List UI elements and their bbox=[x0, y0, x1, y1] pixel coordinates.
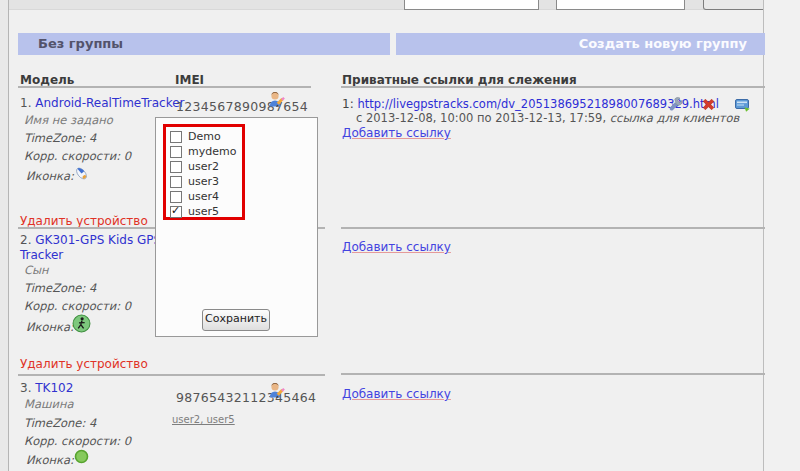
device-2-name-link[interactable]: GK301-GPS Kids GPS Tracker bbox=[20, 233, 161, 262]
checkbox-label: user4 bbox=[188, 190, 219, 203]
device-3-index: 3. bbox=[20, 381, 31, 395]
device-1-icon-label: Иконка: bbox=[26, 169, 74, 183]
left-page-edge bbox=[0, 0, 9, 471]
device-2-note: Сын bbox=[24, 263, 49, 277]
right-page-edge bbox=[763, 0, 800, 471]
cutoff-text-input-1[interactable] bbox=[404, 0, 539, 10]
checkbox-label: user5 bbox=[188, 205, 219, 218]
device-2-delete-link[interactable]: Удалить устройство bbox=[20, 357, 148, 371]
private-link-1: 1: http://livegpstracks.com/dv_205138695… bbox=[342, 97, 719, 111]
right-header-rule bbox=[341, 86, 765, 88]
device-2-speed-corr: Корр. скорости: 0 bbox=[24, 299, 131, 313]
wrench-icon[interactable] bbox=[666, 96, 683, 116]
save-button[interactable]: Сохранить bbox=[202, 309, 270, 331]
device-2-icon-label: Иконка: bbox=[26, 320, 74, 334]
device-3-icon-label: Иконка: bbox=[26, 453, 74, 467]
column-header-links: Приватные ссылки для слежения bbox=[342, 73, 577, 87]
device-2-title: 2. GK301-GPS Kids GPS Tracker bbox=[20, 233, 162, 263]
walking-man-icon[interactable] bbox=[72, 314, 91, 336]
create-group-bar[interactable]: Создать новую группу bbox=[396, 33, 765, 55]
group-header-bar: Без группы bbox=[18, 33, 390, 55]
device-3-shared-users[interactable]: user2, user5 bbox=[172, 414, 235, 425]
private-link-1-url[interactable]: http://livegpstracks.com/dv_205138695218… bbox=[358, 97, 719, 111]
checkbox-row-demo[interactable]: Demo bbox=[170, 129, 236, 144]
user-access-popup: Demo mydemo user2 user3 user4 user5 bbox=[155, 117, 318, 337]
device-3-speed-corr: Корр. скорости: 0 bbox=[24, 434, 131, 448]
marker-dart-icon[interactable] bbox=[72, 164, 91, 186]
device-1-speed-corr: Корр. скорости: 0 bbox=[24, 149, 131, 163]
checkbox-row-mydemo[interactable]: mydemo bbox=[170, 144, 236, 159]
checkbox-row-user5[interactable]: user5 bbox=[170, 204, 236, 219]
device-3-title: 3. TK102 bbox=[20, 381, 73, 395]
checkbox-user5[interactable] bbox=[170, 206, 182, 218]
green-dot-icon[interactable] bbox=[74, 449, 89, 467]
cutoff-button[interactable] bbox=[703, 0, 769, 10]
device-3-imei: 98765432112345464 bbox=[176, 390, 316, 405]
device-management-page: Без группы Создать новую группу Модель I… bbox=[0, 0, 800, 471]
checkbox-row-user2[interactable]: user2 bbox=[170, 159, 236, 174]
private-link-1-number: 1: bbox=[342, 97, 354, 111]
cutoff-text-input-2[interactable] bbox=[556, 0, 685, 10]
checkbox-label: user2 bbox=[188, 160, 219, 173]
create-group-link[interactable]: Создать новую группу bbox=[579, 36, 747, 51]
checkbox-user3[interactable] bbox=[170, 176, 182, 188]
left-header-rule bbox=[18, 86, 311, 88]
device-2-index: 2. bbox=[20, 233, 31, 247]
user-edit-icon[interactable] bbox=[266, 90, 286, 113]
period-dates: с 2013-12-08, 10:00 по 2013-12-13, 17:59… bbox=[356, 111, 606, 125]
checkbox-user2[interactable] bbox=[170, 161, 182, 173]
device-3-name-link[interactable]: TK102 bbox=[35, 381, 73, 395]
device-1-timezone: TimeZone: 4 bbox=[24, 131, 96, 145]
left-row-divider-2 bbox=[18, 374, 325, 376]
add-link-3[interactable]: Добавить ссылку bbox=[342, 387, 451, 401]
user-checkbox-list: Demo mydemo user2 user3 user4 user5 bbox=[170, 129, 236, 219]
device-3-timezone: TimeZone: 4 bbox=[24, 416, 96, 430]
group-title: Без группы bbox=[38, 36, 123, 51]
checkbox-user4[interactable] bbox=[170, 191, 182, 203]
user-edit-icon[interactable] bbox=[266, 381, 286, 404]
share-message-icon[interactable] bbox=[734, 96, 751, 116]
device-2-timezone: TimeZone: 4 bbox=[24, 281, 96, 295]
checkbox-label: user3 bbox=[188, 175, 219, 188]
delete-x-icon[interactable] bbox=[700, 96, 717, 116]
column-header-model: Модель bbox=[20, 73, 74, 87]
device-1-note: Имя не задано bbox=[24, 113, 113, 127]
device-1-imei: 1234567890987654 bbox=[176, 99, 308, 114]
add-link-2[interactable]: Добавить ссылку bbox=[342, 240, 451, 254]
column-header-imei: IMEI bbox=[175, 73, 204, 87]
device-1-name-link[interactable]: Android-RealTimeTracker bbox=[35, 96, 184, 110]
checkbox-demo[interactable] bbox=[170, 131, 182, 143]
checkbox-mydemo[interactable] bbox=[170, 146, 182, 158]
device-1-index: 1. bbox=[20, 96, 31, 110]
device-3-note: Машина bbox=[24, 397, 74, 411]
add-link-1[interactable]: Добавить ссылку bbox=[342, 126, 451, 140]
checkbox-row-user3[interactable]: user3 bbox=[170, 174, 236, 189]
right-row-divider-1 bbox=[341, 227, 765, 229]
checkbox-row-user4[interactable]: user4 bbox=[170, 189, 236, 204]
right-row-divider-2 bbox=[341, 373, 765, 375]
checkbox-label: mydemo bbox=[188, 145, 236, 158]
device-1-delete-link[interactable]: Удалить устройство bbox=[20, 214, 148, 228]
checkbox-label: Demo bbox=[188, 130, 221, 143]
device-1-title: 1. Android-RealTimeTracker bbox=[20, 96, 185, 110]
